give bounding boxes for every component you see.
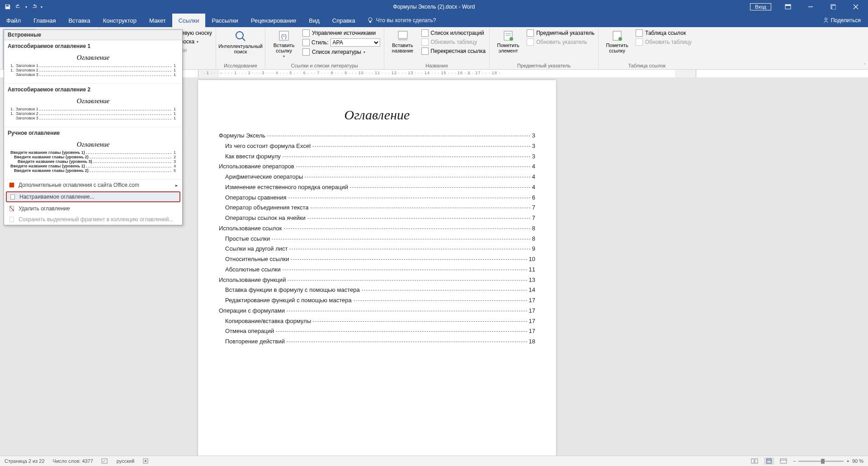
svg-rect-28 — [11, 195, 15, 200]
toc-entry[interactable]: Формулы Эксель3 — [219, 131, 535, 141]
web-layout-icon[interactable] — [778, 457, 788, 465]
citation-style-select[interactable]: APA — [330, 38, 380, 47]
citation-style[interactable]: Стиль: APA — [302, 38, 381, 47]
tab-review[interactable]: Рецензирование — [245, 14, 302, 27]
tab-insert[interactable]: Вставка — [62, 14, 96, 27]
tab-mailings[interactable]: Рассылки — [205, 14, 244, 27]
zoom-in-icon[interactable]: + — [846, 458, 849, 464]
style-icon — [302, 39, 310, 46]
minimize-button[interactable] — [800, 0, 821, 14]
insert-caption-button[interactable]: Вставить название — [387, 29, 419, 53]
toc-entry[interactable]: Ссылки на другой лист9 — [219, 244, 535, 254]
save-icon[interactable] — [4, 3, 12, 11]
print-layout-icon[interactable] — [764, 457, 774, 465]
tab-home[interactable]: Главная — [27, 14, 62, 27]
collapse-ribbon-icon[interactable]: ˇ — [864, 63, 865, 68]
insert-index-button[interactable]: Предметный указатель — [526, 29, 595, 37]
insert-tof-button[interactable]: Список иллюстраций — [420, 29, 487, 37]
status-language[interactable]: русский — [117, 458, 134, 464]
gallery-manual-preview: Оглавление Введите название главы (урове… — [8, 139, 179, 175]
group-label-captions: Названия — [387, 63, 487, 69]
toc-entry[interactable]: Изменение естественного порядка операций… — [219, 182, 535, 193]
group-label-index: Предметный указатель — [492, 63, 595, 69]
manage-sources-icon — [302, 29, 310, 37]
toc-entry[interactable]: Абсолютные ссылки11 — [219, 265, 535, 275]
window-buttons: Вход — [750, 0, 868, 14]
svg-rect-34 — [145, 460, 146, 462]
gallery-more-office[interactable]: Дополнительные оглавления с сайта Office… — [4, 180, 182, 190]
tab-view[interactable]: Вид — [302, 14, 326, 27]
toc-entry[interactable]: Вставка функции в формулу с помощью маст… — [219, 285, 535, 295]
toc-entry[interactable]: Копирование/вставка формулы17 — [219, 316, 535, 327]
status-page[interactable]: Страница 2 из 22 — [5, 458, 45, 464]
ribbon-display-options-icon[interactable] — [778, 0, 798, 14]
gallery-auto1[interactable]: Автособираемое оглавление 1 Оглавление 1… — [4, 40, 182, 84]
cross-reference-button[interactable]: Перекрестная ссылка — [420, 47, 487, 55]
svg-rect-4 — [832, 5, 836, 10]
group-label-citations: Ссылки и списки литературы — [268, 63, 381, 69]
insert-citation-button[interactable]: (¹) Вставить ссылку▾ — [268, 29, 300, 58]
mark-entry-button[interactable]: Пометить элемент — [492, 29, 524, 53]
zoom-value[interactable]: 90 % — [852, 458, 863, 464]
undo-dropdown-icon[interactable]: ▾ — [25, 5, 27, 9]
gallery-remove-toc[interactable]: Удалить оглавление — [4, 203, 182, 214]
tab-help[interactable]: Справка — [326, 14, 362, 27]
zoom-slider[interactable] — [798, 461, 844, 462]
toc-entry[interactable]: Из чего состоит формула Excel3 — [219, 141, 535, 152]
tell-me[interactable]: Что вы хотите сделать? — [362, 14, 442, 27]
status-words[interactable]: Число слов: 4377 — [53, 458, 93, 464]
share-button[interactable]: Поделиться — [823, 14, 868, 27]
toc-entry[interactable]: Оператор объединения текста7 — [219, 203, 535, 213]
toc-entry[interactable]: Использование ссылок8 — [219, 223, 535, 234]
status-bar: Страница 2 из 22 Число слов: 4377 русски… — [0, 456, 868, 466]
qat-customize-icon[interactable]: ▾ — [41, 5, 42, 9]
sign-in-button[interactable]: Вход — [750, 3, 771, 10]
citation-icon: (¹) — [278, 30, 290, 42]
gallery-manual[interactable]: Ручное оглавление Оглавление Введите наз… — [4, 127, 182, 180]
toc-entry[interactable]: Повторение действий18 — [219, 337, 535, 347]
toc-entry[interactable]: Операторы ссылок на ячейки7 — [219, 213, 535, 223]
insert-toa-button[interactable]: Таблица ссылок — [635, 29, 693, 37]
smart-lookup-button[interactable]: Интеллектуальный поиск — [219, 29, 262, 54]
svg-rect-1 — [785, 5, 791, 6]
undo-icon[interactable] — [14, 3, 23, 11]
redo-icon[interactable] — [30, 3, 38, 11]
toc-entry[interactable]: Простые ссылки8 — [219, 234, 535, 244]
zoom-out-icon[interactable]: − — [793, 458, 796, 464]
document-icon — [9, 194, 16, 200]
cross-ref-icon — [421, 48, 429, 55]
toc-entry[interactable]: Операции с формулами17 — [219, 306, 535, 316]
gallery-auto2-title: Автособираемое оглавление 2 — [8, 86, 179, 93]
toc-entry[interactable]: Как ввести формулу3 — [219, 152, 535, 162]
toc-entry[interactable]: Использование операторов4 — [219, 162, 535, 172]
toc-entry[interactable]: Отмена операций17 — [219, 326, 535, 337]
read-mode-icon[interactable] — [750, 457, 760, 465]
tab-layout[interactable]: Макет — [143, 14, 172, 27]
toc-entry[interactable]: Использование функций13 — [219, 275, 535, 285]
manage-sources-button[interactable]: Управление источниками — [302, 29, 381, 37]
gallery-custom-toc[interactable]: Настраиваемое оглавление... — [6, 191, 180, 202]
tab-design[interactable]: Конструктор — [97, 14, 143, 27]
toc-entry[interactable]: Относительные ссылки10 — [219, 254, 535, 265]
bibliography-icon — [302, 48, 310, 56]
toc-entry[interactable]: Редактирование функций с помощью мастера… — [219, 295, 535, 306]
zoom-control[interactable]: − + 90 % — [793, 458, 863, 464]
spellcheck-icon[interactable] — [101, 458, 108, 464]
toc-entry[interactable]: Операторы сравнения6 — [219, 193, 535, 203]
tab-file[interactable]: Файл — [0, 14, 27, 27]
svg-rect-8 — [369, 21, 371, 23]
svg-point-7 — [368, 18, 372, 21]
close-button[interactable] — [845, 0, 866, 14]
mark-citation-button[interactable]: Пометить ссылку — [601, 29, 633, 53]
group-captions: Вставить название Список иллюстраций Обн… — [384, 27, 490, 69]
gallery-auto2[interactable]: Автособираемое оглавление 2 Оглавление 1… — [4, 84, 182, 127]
maximize-button[interactable] — [823, 0, 844, 14]
svg-rect-39 — [780, 459, 787, 463]
quick-access-toolbar: ▾ ▾ — [0, 3, 42, 11]
bibliography-button[interactable]: Список литературы▾ — [302, 48, 381, 56]
toc-gallery: Встроенные Автособираемое оглавление 1 О… — [4, 29, 183, 225]
group-label-research: Исследование — [219, 63, 262, 69]
toc-entry[interactable]: Арифметические операторы4 — [219, 172, 535, 182]
tab-references[interactable]: Ссылки — [172, 14, 206, 27]
macro-icon[interactable] — [142, 458, 149, 464]
